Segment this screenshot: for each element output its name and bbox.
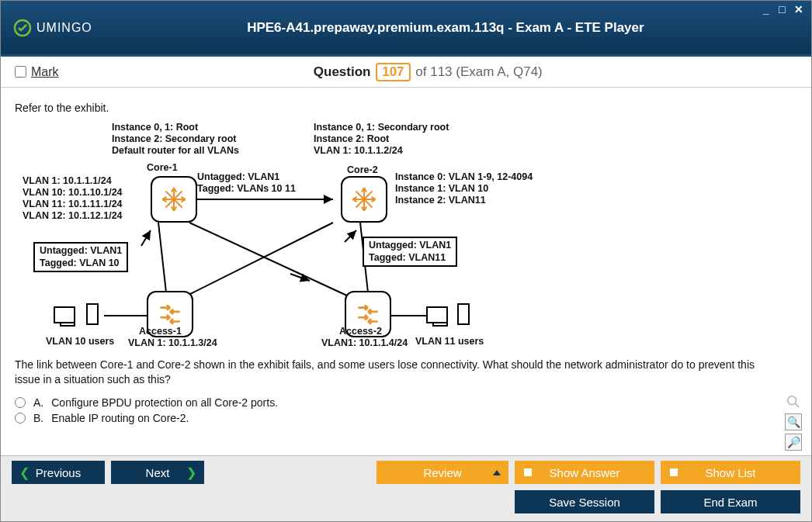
- chevron-left-icon: ❮: [19, 465, 29, 480]
- access1-vlan: VLAN 1: 10.1.1.3/24: [128, 337, 217, 349]
- exhibit-reference: Refer to the exhibit.: [15, 102, 797, 114]
- save-session-button[interactable]: Save Session: [515, 490, 654, 513]
- server-right-icon: [457, 303, 470, 325]
- bottom-bar: ❮ Previous Next ❯ Review Show Answer Sho…: [1, 455, 811, 521]
- diagram-links: [23, 122, 566, 347]
- network-diagram: Instance 0, 1: Root Instance 2: Secondar…: [23, 122, 566, 347]
- previous-button[interactable]: ❮ Previous: [12, 461, 105, 484]
- vlan10-users: VLAN 10 users: [46, 336, 114, 347]
- svg-line-2: [158, 223, 166, 292]
- chevron-right-icon: ❯: [186, 465, 196, 480]
- question-number: 107: [376, 63, 410, 81]
- access2-vlan: VLAN1: 10.1.1.4/24: [321, 337, 408, 349]
- show-answer-button[interactable]: Show Answer: [515, 461, 654, 484]
- core1-info: Instance 0, 1: Root Instance 2: Secondar…: [112, 122, 239, 157]
- core2-instances: Instance 0: VLAN 1-9, 12-4094 Instance 1…: [395, 171, 533, 206]
- window-title: HPE6-A41.prepaway.premium.exam.113q - Ex…: [92, 20, 799, 36]
- maximize-icon[interactable]: □: [779, 4, 789, 15]
- answer-options: A. Configure BPDU protection on all Core…: [15, 396, 797, 424]
- titlebar: UMINGO HPE6-A41.prepaway.premium.exam.11…: [1, 1, 811, 57]
- next-button[interactable]: Next ❯: [111, 461, 204, 484]
- window-controls: _ □ ✕: [763, 4, 805, 15]
- svg-point-12: [788, 396, 796, 405]
- option-b[interactable]: B. Enable IP routing on Core-2.: [15, 412, 797, 424]
- svg-line-13: [796, 404, 800, 408]
- left-tag-box: Untagged: VLAN1 Tagged: VLAN 10: [33, 242, 128, 272]
- core2-name: Core-2: [347, 164, 378, 176]
- option-b-radio[interactable]: [15, 413, 26, 423]
- mark-checkbox-wrap[interactable]: Mark: [15, 65, 59, 79]
- question-text: The link between Core-1 and Core-2 shown…: [15, 358, 760, 387]
- pc-right-icon: [426, 306, 448, 323]
- app-name: UMINGO: [36, 21, 92, 35]
- core1-vlans: VLAN 1: 10.1.1.1/24 VLAN 10: 10.1.10.1/2…: [23, 175, 123, 222]
- option-a-text: Configure BPDU protection on all Core-2 …: [51, 396, 278, 409]
- triangle-up-icon: [493, 470, 501, 475]
- pc-left-icon: [54, 306, 75, 323]
- svg-line-6: [345, 230, 356, 242]
- mark-label[interactable]: Mark: [31, 65, 59, 79]
- mark-checkbox[interactable]: [15, 66, 26, 78]
- option-a-letter: A.: [33, 396, 43, 409]
- question-indicator: Question 107 of 113 (Exam A, Q74): [59, 63, 797, 81]
- vlan11-users: VLAN 11 users: [415, 336, 484, 347]
- access1-name: Access-1: [139, 326, 182, 337]
- minimize-icon[interactable]: _: [763, 4, 774, 15]
- core2-info: Instance 0, 1: Secondary root Instance 2…: [314, 122, 449, 157]
- core2-switch-icon: [341, 176, 387, 223]
- question-of-text: of 113 (Exam A, Q74): [415, 64, 542, 79]
- question-word: Question: [314, 64, 371, 79]
- option-b-letter: B.: [33, 412, 43, 424]
- end-exam-button[interactable]: End Exam: [661, 490, 800, 513]
- core1-switch-icon: [151, 176, 197, 223]
- close-icon[interactable]: ✕: [794, 4, 805, 15]
- option-a[interactable]: A. Configure BPDU protection on all Core…: [15, 396, 797, 409]
- square-icon: [524, 468, 532, 476]
- core1-tag: Untagged: VLAN1 Tagged: VLANs 10 11: [197, 171, 296, 195]
- review-button[interactable]: Review: [377, 461, 508, 484]
- content-area: Refer to the exhibit. Instance 0: [1, 88, 811, 455]
- zoom-out-button[interactable]: 🔎: [785, 434, 802, 451]
- option-b-text: Enable IP routing on Core-2.: [51, 412, 189, 424]
- svg-line-7: [186, 223, 333, 296]
- svg-line-8: [290, 274, 310, 281]
- right-tag-box: Untagged: VLAN1 Tagged: VLAN11: [363, 237, 457, 267]
- logo-check-icon: [13, 19, 32, 37]
- svg-point-11: [363, 198, 366, 201]
- question-bar: Mark Question 107 of 113 (Exam A, Q74): [1, 57, 811, 88]
- square-icon: [670, 468, 678, 476]
- search-icon[interactable]: [785, 393, 802, 410]
- svg-line-3: [141, 230, 151, 246]
- zoom-controls: 🔍 🔎: [785, 393, 802, 451]
- server-left-icon: [86, 303, 99, 325]
- svg-line-4: [189, 223, 349, 296]
- access2-name: Access-2: [339, 326, 382, 337]
- app-logo: UMINGO: [13, 19, 92, 37]
- zoom-in-button[interactable]: 🔍: [785, 413, 802, 430]
- show-list-button[interactable]: Show List: [661, 461, 800, 484]
- core1-name: Core-1: [147, 162, 178, 174]
- option-a-radio[interactable]: [15, 397, 26, 408]
